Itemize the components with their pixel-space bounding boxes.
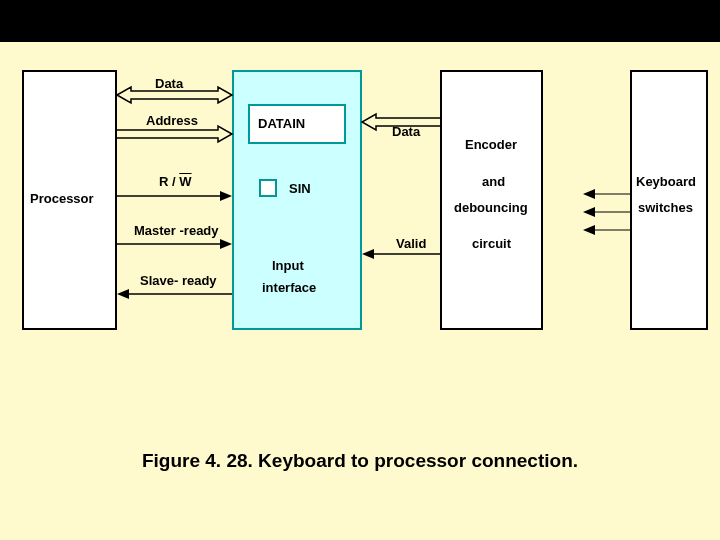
datain-label: DATAIN bbox=[258, 116, 305, 131]
svg-marker-3 bbox=[220, 239, 232, 249]
interface-text: interface bbox=[262, 280, 316, 295]
data-right-arrow bbox=[362, 113, 440, 131]
svg-marker-13 bbox=[583, 225, 595, 235]
rw-label: R / W bbox=[159, 174, 192, 189]
processor-caption: Processor bbox=[30, 191, 94, 206]
figure-caption: Figure 4. 28. Keyboard to processor conn… bbox=[0, 450, 720, 472]
circuit-label: circuit bbox=[472, 236, 511, 251]
svg-marker-11 bbox=[583, 207, 595, 217]
slave-ready-label: Slave- ready bbox=[140, 273, 217, 288]
sin-bit bbox=[259, 179, 277, 197]
kb-wire-3 bbox=[543, 224, 630, 236]
valid-line bbox=[362, 248, 440, 260]
rw-bar: W bbox=[179, 174, 191, 189]
svg-marker-9 bbox=[583, 189, 595, 199]
kb-wire-1 bbox=[543, 188, 630, 200]
slave-ready-line bbox=[117, 288, 232, 300]
keyboard-label: Keyboard bbox=[636, 174, 696, 189]
title-bar bbox=[0, 0, 720, 42]
svg-marker-1 bbox=[220, 191, 232, 201]
address-arrow bbox=[117, 125, 232, 143]
rw-prefix: R / bbox=[159, 174, 176, 189]
input-text: Input bbox=[272, 258, 304, 273]
svg-marker-5 bbox=[117, 289, 129, 299]
master-ready-line bbox=[117, 238, 232, 250]
master-ready-label: Master -ready bbox=[134, 223, 219, 238]
encoder-label: Encoder bbox=[465, 137, 517, 152]
data-bus-arrow bbox=[117, 86, 232, 104]
svg-marker-7 bbox=[362, 249, 374, 259]
sin-label: SIN bbox=[289, 181, 311, 196]
kb-wire-2 bbox=[543, 206, 630, 218]
and-label: and bbox=[482, 174, 505, 189]
rw-line bbox=[117, 190, 232, 202]
switches-label: switches bbox=[638, 200, 693, 215]
debouncing-label: debouncing bbox=[454, 200, 528, 215]
